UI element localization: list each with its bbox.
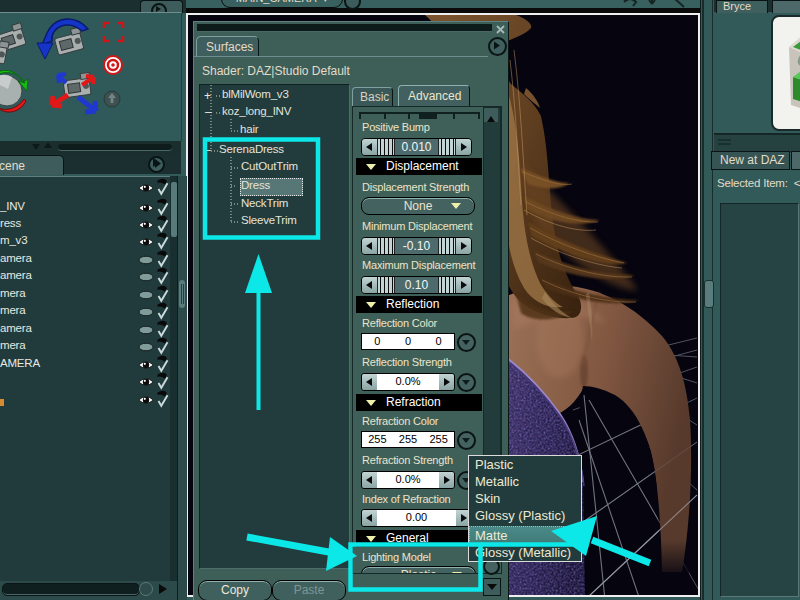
- svg-text:–: –: [204, 143, 211, 157]
- svg-text:–: –: [205, 105, 212, 119]
- svg-text:+: +: [204, 89, 211, 103]
